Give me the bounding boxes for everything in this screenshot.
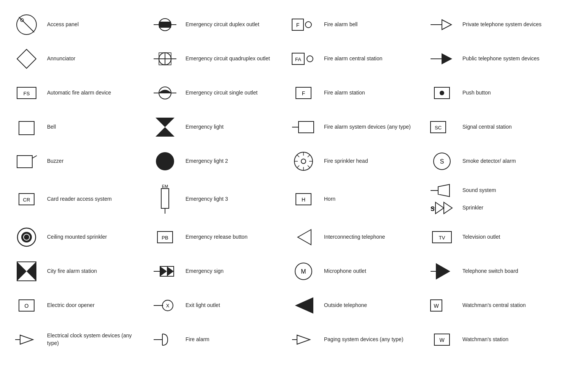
label-public-telephone: Public telephone system devices <box>462 55 539 63</box>
svg-text:F: F <box>302 90 305 96</box>
symbol-television-outlet: TV <box>427 228 457 247</box>
item-telephone-switchboard: Telephone switch board <box>423 254 561 288</box>
symbol-public-telephone <box>427 49 457 68</box>
item-fire-alarm-bell: F Fire alarm bell <box>284 8 423 42</box>
item-exit-light-outlet: X Exit light outlet <box>146 288 284 323</box>
label-bell: Bell <box>47 123 56 131</box>
symbol-emergency-single <box>150 83 180 102</box>
item-emergency-light-3: EM Emergency light 3 <box>146 178 284 220</box>
svg-marker-105 <box>297 335 310 344</box>
svg-marker-64 <box>438 184 450 197</box>
label-sprinkler: Sprinkler <box>462 204 483 212</box>
item-sound-system: Sound system <box>427 183 496 198</box>
svg-text:M: M <box>301 268 306 275</box>
symbol-interconnecting-tel <box>288 226 319 249</box>
svg-text:TV: TV <box>439 235 445 241</box>
item-smoke-detector: S Smoke detector/ alarm <box>423 144 561 178</box>
svg-marker-67 <box>444 202 452 214</box>
svg-text:PB: PB <box>162 235 168 241</box>
symbol-card-reader: CR <box>11 188 42 211</box>
item-fire-sprinkler-head: Fire sprinkler head <box>284 144 423 178</box>
item-fire-alarm-sys-devices: Fire alarm system devices (any type) <box>284 110 423 144</box>
svg-line-41 <box>32 156 37 158</box>
label-telephone-switchboard: Telephone switch board <box>462 268 518 275</box>
item-television-outlet: TV Television outlet <box>423 220 561 254</box>
svg-line-51 <box>308 155 310 157</box>
symbol-emergency-duplex <box>150 15 180 34</box>
item-paging-system: Paging system devices (any type) <box>284 323 423 357</box>
svg-line-50 <box>308 165 310 168</box>
item-private-telephone: Private telephone system devices <box>423 8 561 42</box>
svg-marker-74 <box>298 230 311 245</box>
symbol-smoke-detector: S <box>427 150 457 173</box>
label-electrical-clock: Electrical clock system devices (any typ… <box>47 332 142 347</box>
svg-marker-100 <box>20 335 33 344</box>
symbol-ceiling-sprinkler <box>11 226 42 249</box>
svg-text:O: O <box>25 303 29 309</box>
svg-text:SC: SC <box>435 125 442 131</box>
label-signal-central: Signal central station <box>462 123 512 131</box>
svg-text:S: S <box>440 158 444 165</box>
svg-marker-84 <box>167 266 174 276</box>
svg-text:W: W <box>434 303 439 309</box>
label-push-button: Push button <box>462 89 491 97</box>
label-emergency-release: Emergency release button <box>185 233 247 241</box>
svg-text:EM: EM <box>162 184 168 189</box>
svg-text:W: W <box>439 337 445 343</box>
label-emergency-quadruplex: Emergency circuit quadruplex outlet <box>185 55 270 63</box>
svg-point-44 <box>301 159 306 164</box>
item-emergency-release: PB Emergency release button <box>146 220 284 254</box>
item-card-reader: CR Card reader access system <box>8 178 146 220</box>
item-microphone-outlet: M Microphone outlet <box>284 254 423 288</box>
item-emergency-sign: Emergency sign <box>146 254 284 288</box>
label-sound-system: Sound system <box>462 187 496 194</box>
label-city-fire-alarm: City fire alarm station <box>47 268 97 275</box>
symbol-city-fire-alarm <box>11 260 42 283</box>
item-watchmans-central: W Watchman's central station <box>423 288 561 323</box>
symbol-grid: Access panel Emergency circuit duplex ou… <box>8 8 561 357</box>
svg-marker-95 <box>296 298 313 313</box>
svg-text:FS: FS <box>24 91 30 96</box>
symbol-microphone-outlet: M <box>288 260 319 283</box>
symbol-emergency-quadruplex <box>150 49 180 68</box>
svg-line-1 <box>19 17 34 32</box>
svg-text:CR: CR <box>23 197 30 203</box>
svg-marker-11 <box>442 20 451 30</box>
label-watchmans-central: Watchman's central station <box>462 302 526 309</box>
label-buzzer: Buzzer <box>47 157 64 165</box>
item-sprinkler: S Sprinkler <box>427 200 483 216</box>
svg-text:F: F <box>296 22 300 28</box>
symbol-emergency-release: PB <box>150 228 180 247</box>
symbol-paging-system <box>288 328 319 351</box>
label-fire-alarm-central: Fire alarm central station <box>324 55 382 63</box>
symbol-signal-central: SC <box>427 118 457 137</box>
item-public-telephone: Public telephone system devices <box>423 42 561 76</box>
label-auto-fire-alarm: Automatic fire alarm device <box>47 89 111 97</box>
item-interconnecting-tel: Interconnecting telephone <box>284 220 423 254</box>
label-ceiling-sprinkler: Ceiling mounted sprinkler <box>47 233 107 241</box>
svg-marker-89 <box>436 264 450 279</box>
svg-point-8 <box>305 22 311 28</box>
symbol-fire-alarm-station: F <box>288 83 319 102</box>
symbol-sprinkler: S <box>427 200 457 216</box>
svg-marker-80 <box>27 262 36 281</box>
symbol-exit-light-outlet: X <box>150 296 180 315</box>
svg-point-70 <box>21 232 32 242</box>
item-city-fire-alarm: City fire alarm station <box>8 254 146 288</box>
symbol-push-button <box>427 83 457 102</box>
label-fire-alarm-sys-devices: Fire alarm system devices (any type) <box>324 123 411 131</box>
symbol-fire-sprinkler-head <box>288 150 319 173</box>
label-fire-alarm-bell: Fire alarm bell <box>324 21 358 28</box>
symbol-private-telephone <box>427 15 457 34</box>
svg-marker-66 <box>435 202 444 214</box>
item-electric-door-opener: O Electric door opener <box>8 288 146 323</box>
symbol-buzzer <box>11 150 42 173</box>
svg-text:H: H <box>302 197 305 203</box>
svg-marker-34 <box>156 127 174 137</box>
label-electric-door-opener: Electric door opener <box>47 302 94 309</box>
svg-rect-37 <box>299 121 314 133</box>
label-outside-telephone: Outside telephone <box>324 302 367 309</box>
svg-marker-12 <box>17 49 36 68</box>
label-emergency-light: Emergency light <box>185 123 223 131</box>
label-smoke-detector: Smoke detector/ alarm <box>462 157 516 165</box>
